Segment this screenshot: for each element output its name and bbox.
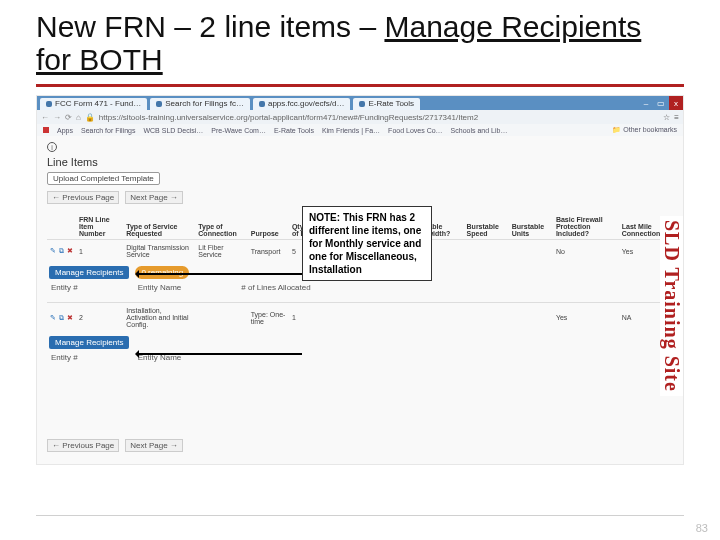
page-number: 83 <box>696 522 708 534</box>
cell-purpose: Type: One-time <box>248 303 289 333</box>
cell-conn: Lit Fiber Service <box>195 240 247 263</box>
title-part1: New FRN – 2 line items – <box>36 10 384 43</box>
copy-icon[interactable]: ⧉ <box>59 314 64 322</box>
upload-template-button[interactable]: Upload Completed Template <box>47 172 160 185</box>
prev-page-button-bottom[interactable]: ← Previous Page <box>47 439 119 452</box>
section-heading: Line Items <box>47 156 673 168</box>
sld-watermark: SLD Training Site <box>660 216 683 396</box>
col-connection-type: Type of Connection <box>195 214 247 240</box>
edit-icon[interactable]: ✎ <box>50 314 56 322</box>
back-icon[interactable]: ← <box>41 113 49 122</box>
col-firewall: Basic Firewall Protection Included? <box>553 214 619 240</box>
annotation-arrow <box>137 273 302 275</box>
footer-divider <box>36 515 684 516</box>
cell-fw: Yes <box>553 303 619 333</box>
bookmark-item[interactable]: WCB SLD Decisi… <box>143 127 203 134</box>
entity-num-header: Entity # <box>51 283 78 292</box>
browser-tab[interactable]: E-Rate Tools <box>353 98 420 110</box>
cell-qty: 1 <box>289 303 324 333</box>
favicon <box>156 101 162 107</box>
edit-icon[interactable]: ✎ <box>50 247 56 255</box>
cell-num: 1 <box>76 240 123 263</box>
bookmarks-bar: Apps Search for Filings WCB SLD Decisi… … <box>37 124 683 136</box>
note-callout: NOTE: This FRN has 2 different line item… <box>302 206 432 281</box>
address-bar: ← → ⟳ ⌂ 🔒 https://sltools-training.unive… <box>37 110 683 124</box>
cell-bspd <box>464 240 509 263</box>
favicon <box>259 101 265 107</box>
bookmark-item[interactable]: Kim Friends | Fa… <box>322 127 380 134</box>
bookmark-item[interactable]: Search for Filings <box>81 127 135 134</box>
cell-num: 2 <box>76 303 123 333</box>
table-row: ✎⧉✖ 2 Installation, Activation and Initi… <box>47 303 673 333</box>
next-page-button-bottom[interactable]: Next Page → <box>125 439 183 452</box>
cell-bspd <box>464 303 509 333</box>
entity-name-header: Entity Name <box>138 283 182 292</box>
page-title: New FRN – 2 line items – Manage Recipien… <box>36 10 684 76</box>
annotation-arrow <box>137 353 302 355</box>
bookmark-item[interactable]: Pre-Wave Com… <box>211 127 266 134</box>
reload-icon[interactable]: ⟳ <box>65 113 72 122</box>
url-field[interactable]: https://sltools-training.universalservic… <box>99 113 659 122</box>
col-frn-number: FRN Line Item Number <box>76 214 123 240</box>
browser-tab[interactable]: Search for Filings fc… <box>150 98 250 110</box>
cell-burst <box>407 303 463 333</box>
tab-label: Search for Filings fc… <box>165 98 244 110</box>
favicon <box>46 101 52 107</box>
menu-icon[interactable]: ≡ <box>674 113 679 122</box>
browser-tabstrip: FCC Form 471 - Fund… Search for Filings … <box>37 96 683 110</box>
manage-recipients-button[interactable]: Manage Recipients <box>49 266 129 279</box>
delete-icon[interactable]: ✖ <box>67 247 73 255</box>
info-icon[interactable]: i <box>47 142 57 152</box>
lock-icon: 🔒 <box>85 113 95 122</box>
cell-bunits <box>509 303 553 333</box>
cell-bunits <box>509 240 553 263</box>
bookmark-item[interactable]: Food Loves Co… <box>388 127 442 134</box>
cell-svc: Digital Transmission Service <box>123 240 195 263</box>
cell-conn <box>195 303 247 333</box>
title-divider <box>36 84 684 87</box>
col-burst-speed: Burstable Speed <box>464 214 509 240</box>
browser-tab[interactable]: FCC Form 471 - Fund… <box>40 98 147 110</box>
apps-icon[interactable] <box>43 127 49 133</box>
next-page-button[interactable]: Next Page → <box>125 191 183 204</box>
tab-label: FCC Form 471 - Fund… <box>55 98 141 110</box>
cell-fw: No <box>553 240 619 263</box>
cell-otq <box>324 303 354 333</box>
entity-num-header: Entity # <box>51 353 78 362</box>
prev-page-button[interactable]: ← Previous Page <box>47 191 119 204</box>
cell-dl <box>355 303 407 333</box>
cell-purpose: Transport <box>248 240 289 263</box>
cell-svc: Installation, Activation and Initial Con… <box>123 303 195 333</box>
manage-recipients-button[interactable]: Manage Recipients <box>49 336 129 349</box>
col-service-type: Type of Service Requested <box>123 214 195 240</box>
star-icon[interactable]: ☆ <box>663 113 670 122</box>
screenshot-panel: FCC Form 471 - Fund… Search for Filings … <box>36 95 684 465</box>
col-purpose: Purpose <box>248 214 289 240</box>
home-icon[interactable]: ⌂ <box>76 113 81 122</box>
window-maximize-button[interactable]: ▭ <box>654 96 668 110</box>
copy-icon[interactable]: ⧉ <box>59 247 64 255</box>
num-lines-header: # of Lines Allocated <box>241 283 310 292</box>
window-close-button[interactable]: x <box>669 96 683 110</box>
bookmark-item[interactable]: Schools and Lib… <box>451 127 508 134</box>
col-burst-units: Burstable Units <box>509 214 553 240</box>
window-minimize-button[interactable]: – <box>639 96 653 110</box>
tab-label: apps.fcc.gov/ecfs/d… <box>268 98 344 110</box>
bookmark-item[interactable]: Apps <box>57 127 73 134</box>
forward-icon[interactable]: → <box>53 113 61 122</box>
browser-tab[interactable]: apps.fcc.gov/ecfs/d… <box>253 98 350 110</box>
col-actions <box>47 214 76 240</box>
bookmark-item[interactable]: E-Rate Tools <box>274 127 314 134</box>
bookmark-other[interactable]: Other bookmarks <box>623 126 677 133</box>
favicon <box>359 101 365 107</box>
delete-icon[interactable]: ✖ <box>67 314 73 322</box>
tab-label: E-Rate Tools <box>368 98 414 110</box>
